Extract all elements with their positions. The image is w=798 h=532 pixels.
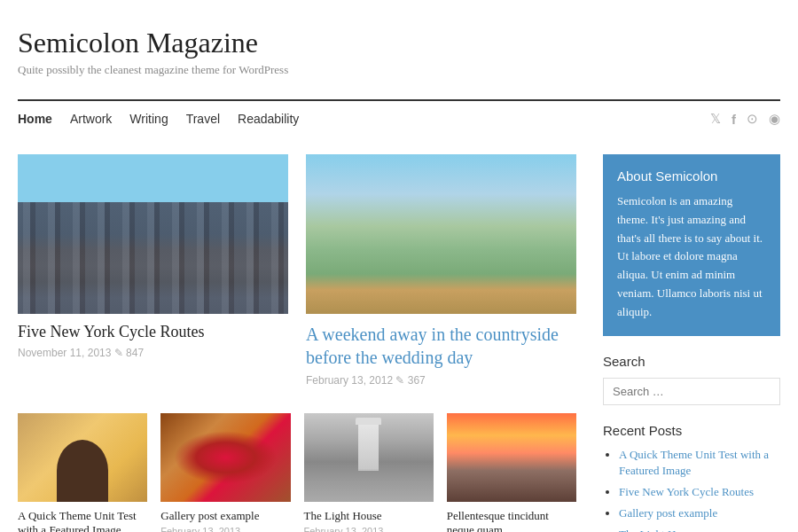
nav-item-home[interactable]: Home [18, 101, 70, 137]
featured-row: Five New York Cycle Routes November 11, … [18, 154, 576, 387]
nav-link-home[interactable]: Home [18, 101, 70, 137]
nav-item-artwork[interactable]: Artwork [70, 101, 129, 137]
post-thumb-2 [160, 413, 290, 502]
about-widget: About Semicolon Semicolon is an amazing … [603, 154, 780, 336]
nav-item-writing[interactable]: Writing [129, 101, 185, 137]
about-widget-title: About Semicolon [617, 168, 766, 184]
twitter-icon[interactable]: 𝕏 [710, 111, 721, 127]
main-content: Five New York Cycle Routes November 11, … [18, 154, 780, 532]
nav-link-readability[interactable]: Readability [238, 101, 317, 137]
site-header: Semicolon Magazine Quite possibly the cl… [18, 0, 780, 86]
recent-post-link-2[interactable]: Five New York Cycle Routes [619, 485, 754, 498]
recent-post-item-1: A Quick Theme Unit Test with a Featured … [619, 447, 780, 479]
site-description: Quite possibly the cleanest magazine the… [18, 63, 780, 77]
post-image-2 [306, 154, 576, 314]
post-thumb-4 [447, 413, 576, 502]
nav-link-travel[interactable]: Travel [186, 101, 238, 137]
small-post-title-1: A Quick Theme Unit Test with a Featured … [18, 509, 147, 532]
post-title-2: A weekend away in the countryside before… [306, 323, 576, 369]
github-icon[interactable]: ⊙ [747, 111, 758, 127]
small-post-title-4: Pellentesque tincidunt neque quam [447, 509, 576, 532]
featured-post-2: A weekend away in the countryside before… [306, 154, 576, 387]
post-link-2[interactable]: A weekend away in the countryside before… [306, 325, 559, 367]
recent-post-item-2: Five New York Cycle Routes [619, 484, 780, 500]
small-posts-row: A Quick Theme Unit Test with a Featured … [18, 413, 576, 532]
recent-posts-title: Recent Posts [603, 423, 780, 438]
nav-item-readability[interactable]: Readability [238, 101, 317, 137]
post-thumbnail-countryside [306, 154, 576, 314]
small-post-title-3: The Light House [304, 509, 434, 523]
search-widget-title: Search [603, 354, 780, 369]
site-title: Semicolon Magazine [18, 27, 780, 59]
post-meta-2: February 13, 2012 ✎ 367 [306, 374, 576, 387]
small-post-meta-3: February 13, 2013 [304, 526, 434, 532]
recent-posts-list: A Quick Theme Unit Test with a Featured … [603, 447, 780, 532]
search-widget: Search [603, 354, 780, 405]
post-meta-1: November 11, 2013 ✎ 847 [18, 347, 288, 359]
nav-link-writing[interactable]: Writing [129, 101, 185, 137]
site-nav: Home Artwork Writing Travel Readability … [18, 99, 780, 137]
recent-posts-widget: Recent Posts A Quick Theme Unit Test wit… [603, 423, 780, 532]
small-post-1: A Quick Theme Unit Test with a Featured … [18, 413, 147, 532]
facebook-icon[interactable]: f [732, 112, 736, 127]
posts-area: Five New York Cycle Routes November 11, … [18, 154, 576, 532]
recent-post-link-3[interactable]: Gallery post example [619, 506, 717, 520]
search-input[interactable] [603, 378, 780, 405]
nav-social: 𝕏 f ⊙ ◉ [710, 111, 780, 127]
post-thumbnail-nyc [18, 154, 288, 314]
recent-post-item-4: The Light House [619, 527, 780, 532]
small-post-2: Gallery post example February 13, 2013 [160, 413, 290, 532]
small-post-meta-2: February 13, 2013 [160, 526, 290, 532]
post-thumb-1 [18, 413, 147, 502]
post-thumb-3 [304, 413, 434, 502]
recent-post-link-1[interactable]: A Quick Theme Unit Test with a Featured … [619, 448, 769, 477]
recent-post-link-4[interactable]: The Light House [619, 528, 697, 532]
small-post-title-2: Gallery post example [160, 509, 290, 523]
nav-item-travel[interactable]: Travel [186, 101, 238, 137]
featured-post-1: Five New York Cycle Routes November 11, … [18, 154, 288, 387]
post-image-1 [18, 154, 288, 314]
post-title-1: Five New York Cycle Routes [18, 323, 288, 341]
nav-link-artwork[interactable]: Artwork [70, 101, 129, 137]
sidebar: About Semicolon Semicolon is an amazing … [603, 154, 780, 532]
nav-list: Home Artwork Writing Travel Readability … [18, 101, 780, 137]
small-post-4: Pellentesque tincidunt neque quam Februa… [447, 413, 576, 532]
about-widget-text: Semicolon is an amazing theme. It's just… [617, 192, 766, 322]
recent-post-item-3: Gallery post example [619, 505, 780, 521]
rss-icon[interactable]: ◉ [769, 111, 780, 127]
small-post-3: The Light House February 13, 2013 [304, 413, 434, 532]
